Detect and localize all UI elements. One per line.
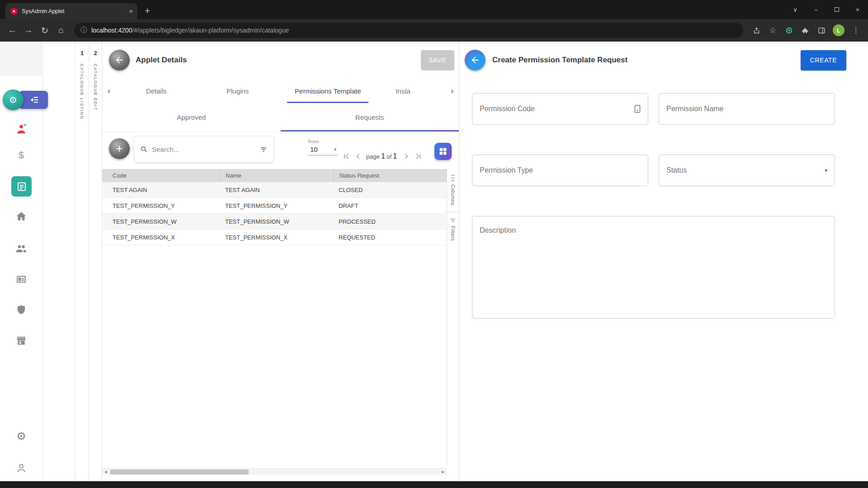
settings-gear-icon[interactable]: ⚙: [0, 431, 42, 442]
bigledger-fab[interactable]: ⚙: [3, 89, 24, 110]
drag-handle-icon[interactable]: [451, 174, 455, 182]
forward-icon[interactable]: →: [22, 25, 35, 35]
close-window-icon[interactable]: ×: [847, 0, 868, 19]
floating-menu: ⚙: [3, 89, 48, 110]
columns-toggle[interactable]: Columns: [450, 184, 456, 206]
tab-close-icon[interactable]: ×: [129, 8, 133, 14]
home-nav-icon[interactable]: [0, 211, 42, 222]
column-header-code[interactable]: Code: [102, 169, 220, 182]
save-button[interactable]: SAVE: [421, 50, 454, 70]
scrollbar-thumb[interactable]: [110, 469, 249, 474]
angular-favicon: A: [10, 7, 18, 15]
arrow-left-icon: [114, 55, 124, 65]
extension-badge-icon[interactable]: [782, 27, 796, 34]
back-button-dark[interactable]: [109, 50, 130, 70]
side-panel-icon[interactable]: [815, 27, 828, 34]
minimize-icon[interactable]: –: [806, 0, 826, 19]
home-icon[interactable]: ⌂: [54, 25, 68, 35]
field-label: Permission Type: [480, 166, 533, 174]
fab-gear-icon: ⚙: [9, 94, 17, 105]
back-button-blue[interactable]: [465, 50, 486, 70]
rows-per-page[interactable]: Rows 10 ▾: [308, 139, 338, 155]
cell-name: TEST_PERMISSION_Y: [220, 198, 334, 213]
tab-search-icon[interactable]: ∨: [785, 0, 806, 19]
horizontal-scrollbar[interactable]: ◄ ►: [102, 468, 447, 475]
share-icon[interactable]: [750, 27, 763, 34]
tab-instances[interactable]: Insta: [377, 79, 445, 103]
search-icon: [140, 145, 148, 153]
table-row[interactable]: TEST_PERMISSION_X TEST_PERMISSION_X REQU…: [102, 230, 447, 245]
browser-tab[interactable]: A SysAdmin Applet ×: [5, 3, 137, 19]
cards-nav-icon[interactable]: [0, 273, 42, 285]
new-tab-button[interactable]: +: [145, 6, 150, 15]
cell-status: DRAFT: [334, 198, 447, 213]
last-page-icon[interactable]: [413, 152, 424, 161]
tab-permissions-template[interactable]: Permissions Template: [278, 79, 377, 103]
window-controls: ∨ – ×: [785, 0, 868, 19]
applet-details-header: Applet Details SAVE: [102, 42, 459, 79]
add-request-button[interactable]: [109, 138, 130, 159]
field-label: Status: [666, 166, 687, 174]
filters-toggle[interactable]: Filters: [450, 226, 456, 241]
page-title: Applet Details: [136, 56, 187, 65]
pagination: page1of1: [341, 150, 424, 163]
tabs-scroll-right-icon[interactable]: ›: [445, 79, 459, 103]
back-icon[interactable]: ←: [5, 25, 19, 35]
page-info-icon[interactable]: ⓘ: [80, 26, 87, 34]
requests-table: Code Name Status Request TEST AGAIN TEST…: [102, 169, 447, 245]
tabs-scroll-left-icon[interactable]: ‹: [102, 79, 116, 103]
first-page-icon[interactable]: [341, 152, 352, 161]
filter-list-icon[interactable]: [259, 145, 268, 154]
description-field[interactable]: Description: [472, 216, 835, 319]
cell-name: TEST_PERMISSION_W: [220, 214, 334, 229]
bookmark-star-icon[interactable]: ☆: [766, 26, 779, 35]
scroll-right-icon[interactable]: ►: [439, 469, 447, 475]
table-row[interactable]: TEST AGAIN TEST AGAIN CLOSED: [102, 182, 447, 198]
table-row[interactable]: TEST_PERMISSION_W TEST_PERMISSION_W PROC…: [102, 214, 447, 230]
permission-name-field[interactable]: Permission Name: [659, 93, 835, 125]
status-select[interactable]: Status ▾: [659, 155, 835, 186]
prev-page-icon[interactable]: [353, 152, 363, 161]
sidebar-item-catalogue-active[interactable]: [11, 176, 32, 197]
cell-name: TEST AGAIN: [220, 182, 334, 197]
permission-type-field[interactable]: Permission Type: [472, 155, 648, 186]
finance-dollar-icon[interactable]: $: [0, 150, 42, 160]
step-catalogue-listing[interactable]: 1 CATALOGUE LISTING: [75, 42, 89, 481]
filter-funnel-icon[interactable]: [450, 218, 456, 223]
search-input[interactable]: [152, 145, 255, 153]
table-row[interactable]: TEST_PERMISSION_Y TEST_PERMISSION_Y DRAF…: [102, 198, 447, 214]
security-shield-icon[interactable]: [0, 304, 42, 316]
account-person-icon[interactable]: [0, 462, 42, 474]
subtab-approved[interactable]: Approved: [102, 103, 281, 131]
store-nav-icon[interactable]: [0, 335, 42, 347]
address-bar[interactable]: ⓘ localhost:4200/#/applets/bigledger/aka…: [74, 23, 743, 38]
step-catalogue-edit[interactable]: 2 CATALOGUE EDIT: [89, 42, 102, 481]
permission-code-field[interactable]: Permission Code: [472, 93, 648, 125]
next-page-icon[interactable]: [401, 152, 412, 161]
code-scanner-icon[interactable]: [634, 105, 641, 113]
column-header-status[interactable]: Status Request: [334, 169, 447, 182]
grid-view-button[interactable]: [434, 143, 452, 160]
detail-tabs: ‹ Details Plugins Permissions Template I…: [102, 79, 459, 103]
browser-menu-icon[interactable]: ⋮: [849, 26, 863, 35]
reload-icon[interactable]: ↻: [38, 25, 52, 36]
maximize-icon[interactable]: [826, 0, 847, 19]
field-label: Permission Name: [666, 105, 723, 113]
table-header: Code Name Status Request: [102, 169, 447, 182]
extensions-puzzle-icon[interactable]: [798, 27, 812, 34]
step-number: 2: [94, 50, 97, 56]
tab-plugins[interactable]: Plugins: [197, 79, 278, 103]
tab-details[interactable]: Details: [116, 79, 197, 103]
page-indicator: page1of1: [366, 152, 398, 160]
svg-text:A: A: [13, 9, 16, 14]
scroll-left-icon[interactable]: ◄: [102, 469, 109, 475]
rows-label: Rows: [308, 139, 338, 144]
column-header-name[interactable]: Name: [220, 169, 334, 182]
cell-name: TEST_PERMISSION_X: [220, 230, 334, 245]
profile-avatar[interactable]: L: [833, 24, 844, 36]
applet-icon-red[interactable]: [0, 123, 42, 136]
create-button[interactable]: CREATE: [801, 50, 846, 70]
list-icon: [16, 181, 27, 192]
users-nav-icon[interactable]: [0, 242, 42, 255]
subtab-requests[interactable]: Requests: [281, 103, 459, 131]
